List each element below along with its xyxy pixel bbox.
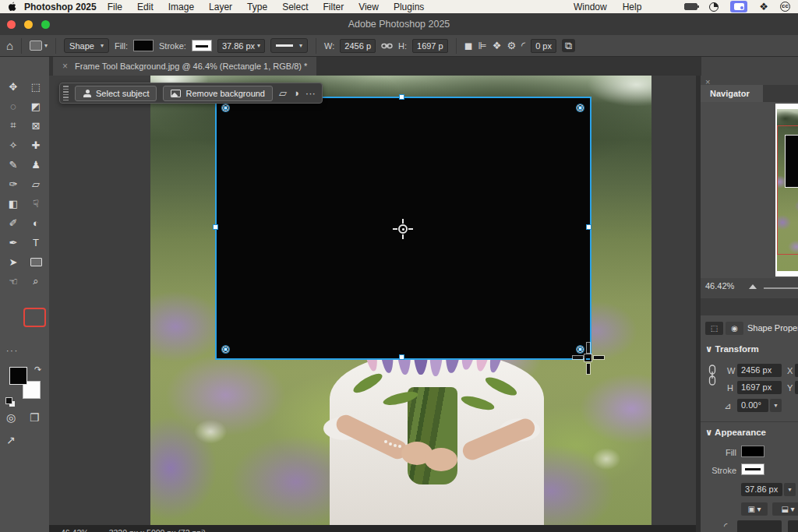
menu-file[interactable]: File <box>108 2 122 12</box>
frame-tool[interactable]: ⊠ <box>25 117 48 134</box>
lasso-tool[interactable]: ◌ <box>2 97 25 115</box>
tool-mode-dropdown[interactable]: Shape ▾ <box>64 38 109 53</box>
zoom-out-mountain-icon[interactable] <box>749 284 757 289</box>
navigator-view-box[interactable] <box>777 125 798 255</box>
stroke-align-dropdown[interactable]: ▣ ▾ <box>741 502 768 516</box>
corner-radius-handle-topright[interactable] <box>577 104 584 111</box>
dropbox-icon[interactable]: ❖ <box>759 1 768 12</box>
object-selection-tool[interactable]: ◩ <box>25 97 48 115</box>
menu-layer[interactable]: Layer <box>209 2 232 12</box>
shape-width-field[interactable]: 2456 p <box>340 39 376 53</box>
screen-time-icon[interactable] <box>709 2 719 12</box>
appearance-fill-swatch[interactable] <box>741 446 764 457</box>
menu-plugins[interactable]: Plugins <box>394 2 424 12</box>
link-dimensions-icon[interactable] <box>381 41 393 51</box>
stroke-caps-dropdown[interactable]: ⬓ ▾ <box>772 502 798 516</box>
eyedropper-tool[interactable]: ✧ <box>2 136 25 153</box>
type-tool[interactable]: T <box>25 234 48 251</box>
fill-swatch[interactable] <box>133 40 154 51</box>
menu-select[interactable]: Select <box>282 2 308 12</box>
edit-toolbar-icon[interactable]: ··· <box>6 347 19 355</box>
path-selection-tool[interactable]: ➤ <box>2 253 25 270</box>
navigator-zoom-value[interactable]: 46.42% <box>705 281 734 291</box>
transform-handle-right[interactable] <box>586 224 591 230</box>
navigator-tab[interactable]: Navigator <box>701 85 763 102</box>
status-zoom-level[interactable]: 46.42% <box>61 528 89 532</box>
foreground-color-swatch[interactable] <box>9 367 27 385</box>
transform-handle-top[interactable] <box>399 94 404 100</box>
screen-mode-icon[interactable]: ❐ <box>30 411 40 424</box>
corner-radius-field[interactable]: 0 px <box>531 39 556 53</box>
y-value-field[interactable] <box>795 381 798 394</box>
path-alignment-icon[interactable]: ⊫ <box>478 41 486 51</box>
menu-help[interactable]: Help <box>623 2 642 12</box>
brush-tool[interactable]: ✎ <box>2 156 25 173</box>
menu-filter[interactable]: Filter <box>323 2 344 12</box>
width-value-field[interactable]: 2456 px <box>737 364 782 377</box>
appearance-stroke-width-field[interactable]: 37.86 px <box>741 483 782 496</box>
gradient-tool[interactable]: ◧ <box>2 195 25 212</box>
app-menu-title[interactable]: Photoshop 2025 <box>24 2 97 12</box>
stroke-width-chevron[interactable]: ▼ <box>784 483 796 496</box>
stroke-width-field[interactable]: 37.86 px ▾ <box>217 39 265 53</box>
quick-mask-icon[interactable]: ◎ <box>6 411 16 424</box>
menu-image[interactable]: Image <box>168 2 194 12</box>
creative-cloud-icon[interactable]: cc <box>780 2 790 12</box>
corner-radius-handle-topleft[interactable] <box>222 104 229 111</box>
default-colors-icon[interactable] <box>5 397 15 407</box>
toggle-panels-icon[interactable]: ⧉ <box>562 39 575 52</box>
transform-section-header[interactable]: ∨ Transform <box>705 344 759 354</box>
battery-icon[interactable] <box>684 3 697 10</box>
apple-menu-icon[interactable] <box>8 2 16 12</box>
navigator-thumbnail[interactable] <box>775 104 798 277</box>
menu-view[interactable]: View <box>358 2 379 12</box>
hand-tool[interactable]: ☜ <box>2 273 25 290</box>
stroke-type-dropdown[interactable]: ▾ <box>270 38 308 53</box>
adjustments-icon[interactable]: ◑ <box>293 87 299 99</box>
mixer-brush-tool[interactable]: ✐ <box>2 214 25 231</box>
screen-sharing-icon[interactable] <box>730 1 747 12</box>
healing-brush-tool[interactable]: ✚ <box>25 136 48 153</box>
swap-colors-icon[interactable]: ↷ <box>34 365 41 375</box>
tool-preset-picker[interactable]: ▾ <box>30 41 48 51</box>
eraser-tool[interactable]: ▱ <box>25 175 48 192</box>
transform-handle-left[interactable] <box>213 224 218 230</box>
x-value-field[interactable] <box>795 364 798 377</box>
corner-radius-handle-bottomleft[interactable] <box>222 346 229 353</box>
crop-tool[interactable]: ⌗ <box>2 117 25 134</box>
path-arrangement-icon[interactable]: ❖ <box>493 41 502 51</box>
shape-settings-gear-icon[interactable]: ⚙ <box>507 41 516 51</box>
stroke-swatch[interactable] <box>192 40 212 51</box>
document-tab[interactable]: × Frame Tool Background.jpg @ 46.4% (Rec… <box>53 57 316 76</box>
select-subject-button[interactable]: Select subject <box>75 86 157 101</box>
transform-properties-icon[interactable]: ⬚ <box>705 322 723 335</box>
move-tool[interactable]: ✥ <box>2 78 25 95</box>
taskbar-grip-handle[interactable] <box>63 86 69 101</box>
transform-handle-bottom[interactable] <box>399 354 404 360</box>
pen-tool[interactable]: ✒ <box>2 234 25 251</box>
rotation-angle-field[interactable]: 0.00° <box>737 399 768 412</box>
share-image-icon[interactable]: ↗ <box>6 434 16 446</box>
corner-radius-field-partial[interactable] <box>737 520 782 532</box>
navigator-zoom-slider[interactable] <box>764 287 798 289</box>
rectangle-tool[interactable] <box>25 253 48 270</box>
smudge-tool[interactable]: ☟ <box>25 195 48 212</box>
shape-height-field[interactable]: 1697 p <box>412 39 448 53</box>
link-wh-icon[interactable] <box>707 364 718 389</box>
zoom-tool[interactable]: ⌕ <box>25 273 48 290</box>
menu-edit[interactable]: Edit <box>137 2 154 12</box>
clone-stamp-tool[interactable]: ♟ <box>25 156 48 173</box>
shape-center-reference-point[interactable] <box>393 219 413 239</box>
history-brush-tool[interactable]: ✑ <box>2 175 25 192</box>
transform-icon[interactable]: ▱ <box>279 87 287 99</box>
marquee-tool[interactable]: ⬚ <box>25 78 48 95</box>
close-document-icon[interactable]: × <box>62 61 68 72</box>
appearance-stroke-swatch[interactable] <box>741 463 764 475</box>
menu-type[interactable]: Type <box>247 2 267 12</box>
more-options-icon[interactable]: ··· <box>305 87 316 99</box>
masks-properties-icon[interactable]: ◉ <box>726 322 743 335</box>
appearance-section-header[interactable]: ∨ Appearance <box>705 427 766 438</box>
path-operations-icon[interactable]: ◼ <box>464 41 473 51</box>
corner-radius-field-partial-2[interactable] <box>788 520 798 532</box>
angle-dropdown-chevron[interactable]: ▼ <box>770 399 782 412</box>
